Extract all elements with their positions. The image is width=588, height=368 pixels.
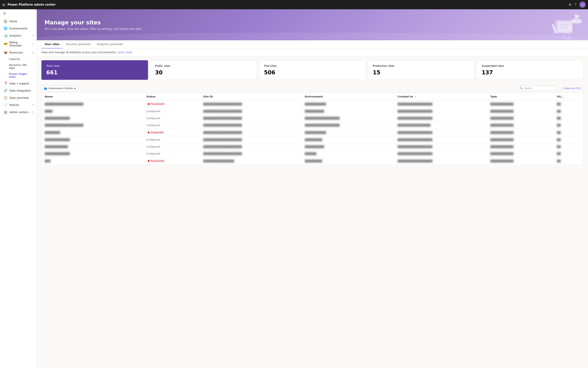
sidebar-item-data-preview[interactable]: 📋 Data (preview) <box>0 94 36 101</box>
status-badge: Provisioned <box>146 102 165 106</box>
main-layout: ☰ 🏠 Home 🌐 Environments 📊 Analytics ▾ 💳 … <box>0 9 588 368</box>
cell-type: ████████████ <box>487 150 554 157</box>
table-row[interactable]: ████████████████████ Provisioned ███████… <box>42 100 583 108</box>
cell-extra: ██ <box>554 108 583 115</box>
table-row[interactable]: █████████████ Configured ███████████████… <box>42 115 583 122</box>
tab-your-sites[interactable]: Your sites <box>41 40 63 48</box>
stat-card-total[interactable]: Total sites 661 <box>41 60 148 80</box>
col-header-created-on[interactable]: Created on ↓ <box>395 93 487 100</box>
stat-card-trial[interactable]: Trial sites 506 <box>259 60 366 80</box>
col-header-name[interactable]: Name <box>42 93 143 100</box>
cell-type: ████████████ <box>487 129 554 136</box>
export-csv-button[interactable]: ↑ Export as CSV <box>559 85 583 91</box>
sidebar-item-data-integration[interactable]: 🔗 Data integration <box>0 87 36 94</box>
stat-value-public: 30 <box>155 69 252 76</box>
table-row[interactable]: ████████████████████ Configured ████████… <box>42 122 583 129</box>
sidebar-item-environments[interactable]: 🌐 Environments <box>0 25 36 32</box>
stat-label-public: Public sites <box>155 64 252 67</box>
sidebar-item-billing[interactable]: 💳 Billing (Preview) ▾ <box>0 39 36 49</box>
sidebar-item-analytics[interactable]: 📊 Analytics ▾ <box>0 32 36 39</box>
cell-type: ████████████ <box>487 136 554 143</box>
col-header-site-id[interactable]: Site ID <box>200 93 302 100</box>
table-row[interactable]: ████ Configured ████████████████████ ███… <box>42 108 583 115</box>
sidebar-item-dynamics365[interactable]: Dynamics 365 apps <box>0 62 36 71</box>
table-row[interactable]: ████████████ Configured ████████████████… <box>42 143 583 150</box>
cell-extra: ██ <box>554 143 583 150</box>
settings-icon[interactable]: ⚙ <box>569 3 571 7</box>
sidebar-item-admin-centers[interactable]: 🏢 Admin centers ▾ <box>0 109 36 116</box>
status-text: Configured <box>146 145 160 148</box>
sidebar-item-label: Help + support <box>9 82 29 85</box>
main-content: Manage your sites All in one place. View… <box>37 9 588 368</box>
waffle-icon[interactable]: ⊞ <box>2 3 5 7</box>
cell-created-on: ██████████████████ <box>395 115 487 122</box>
stat-card-production[interactable]: Production sites 15 <box>368 60 475 80</box>
sidebar-sub-label: Power Pages sites <box>9 73 27 78</box>
cell-status: Configured <box>143 115 200 122</box>
sidebar-item-capacity[interactable]: Capacity <box>0 56 36 62</box>
cell-status: Provisioned <box>143 100 200 108</box>
stat-label-suspended: Suspended sites <box>482 64 579 67</box>
table-row[interactable]: █████████████ Configured ███████████████… <box>42 150 583 157</box>
col-header-site[interactable]: Sit... <box>554 93 583 100</box>
sort-icon: ↓ <box>415 95 417 98</box>
resources-icon: 📦 <box>4 51 8 54</box>
export-label: Export as CSV <box>564 87 581 90</box>
sidebar-item-help[interactable]: ❓ Help + support <box>0 80 36 87</box>
tab-analytics[interactable]: Analytics (preview) <box>94 40 126 48</box>
stat-card-public[interactable]: Public sites 30 <box>150 60 257 80</box>
cell-status: Configured <box>143 122 200 129</box>
stat-value-trial: 506 <box>264 69 361 76</box>
cell-created-on: ██████████████████ <box>395 136 487 143</box>
table-row[interactable]: ████████ Suspended ████████████████████ … <box>42 129 583 136</box>
sidebar-item-label: Admin centers <box>9 110 28 114</box>
col-header-environment[interactable]: Environment <box>302 93 395 100</box>
cell-environment: █████████ <box>302 157 395 165</box>
table-row[interactable]: █████████████ Configured ███████████████… <box>42 136 583 143</box>
cell-site-id: ████████████████████ <box>200 150 302 157</box>
avatar[interactable]: U <box>579 1 586 8</box>
sidebar-item-label: Home <box>9 20 17 23</box>
sidebar-item-label: Resources <box>9 51 23 54</box>
cell-status: Configured <box>143 136 200 143</box>
cell-site-id: ████████████████████ <box>200 136 302 143</box>
stat-label-trial: Trial sites <box>264 64 361 67</box>
cell-created-on: ██████████████████ <box>395 157 487 165</box>
analytics-icon: 📊 <box>4 34 8 37</box>
sidebar-item-label: Policies <box>9 103 19 107</box>
sidebar-sub-label: Capacity <box>9 57 20 60</box>
cell-name: ████████████ <box>42 143 143 150</box>
hero-text: Manage your sites All in one place. View… <box>44 19 142 30</box>
page-content: Your sites Security (preview) Analytics … <box>37 40 588 368</box>
environments-icon: 🌐 <box>4 27 8 30</box>
policies-icon: 📄 <box>4 103 8 107</box>
hero-illustration <box>528 10 582 39</box>
cell-name: ███ <box>42 157 143 165</box>
sidebar-item-policies[interactable]: 📄 Policies ▾ <box>0 101 36 109</box>
cell-extra: ██ <box>554 129 583 136</box>
governance-controls-button[interactable]: 👥 Governance Controls ▾ <box>41 85 78 91</box>
learn-more-link[interactable]: Learn more <box>117 51 132 54</box>
data-integration-icon: 🔗 <box>4 89 8 92</box>
chevron-down-icon: ▾ <box>32 111 34 113</box>
topbar: ⊞ Power Platform admin center ⚙ ? U <box>0 0 588 9</box>
stat-value-total: 661 <box>46 69 143 76</box>
cell-type: ████████████ <box>487 108 554 115</box>
tab-security[interactable]: Security (preview) <box>63 40 94 48</box>
status-text: Configured <box>146 138 160 141</box>
sidebar-item-resources[interactable]: 📦 Resources ▴ <box>0 49 36 56</box>
topbar-icons: ⚙ ? U <box>569 1 586 8</box>
stat-card-suspended[interactable]: Suspended sites 137 <box>477 60 583 80</box>
table-row[interactable]: ███ Provisioned ████████████████ ███████… <box>42 157 583 165</box>
description-bar: View and manage all websites across your… <box>37 48 588 56</box>
cell-status: Suspended <box>143 129 200 136</box>
sidebar-item-power-pages[interactable]: Power Pages sites <box>0 71 36 80</box>
sidebar-item-home[interactable]: 🏠 Home <box>0 18 36 25</box>
sidebar-collapse-button[interactable]: ☰ <box>0 9 36 18</box>
col-header-type[interactable]: Type <box>487 93 554 100</box>
col-header-status[interactable]: Status <box>143 93 200 100</box>
search-box[interactable]: 🔍 Search <box>518 86 556 91</box>
stat-value-production: 15 <box>373 69 470 76</box>
help-icon[interactable]: ? <box>575 3 576 7</box>
cell-status: Configured <box>143 108 200 115</box>
